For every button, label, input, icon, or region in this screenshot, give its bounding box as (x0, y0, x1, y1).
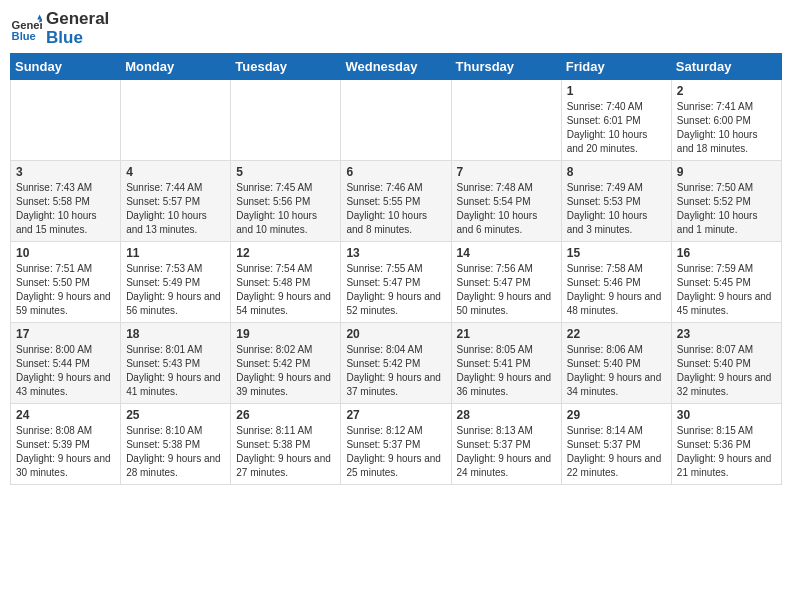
day-number: 29 (567, 408, 666, 422)
day-number: 17 (16, 327, 115, 341)
day-cell (341, 80, 451, 161)
day-info: Sunrise: 7:46 AM Sunset: 5:55 PM Dayligh… (346, 181, 445, 237)
day-info: Sunrise: 7:50 AM Sunset: 5:52 PM Dayligh… (677, 181, 776, 237)
day-cell: 12Sunrise: 7:54 AM Sunset: 5:48 PM Dayli… (231, 242, 341, 323)
day-info: Sunrise: 7:40 AM Sunset: 6:01 PM Dayligh… (567, 100, 666, 156)
day-cell: 1Sunrise: 7:40 AM Sunset: 6:01 PM Daylig… (561, 80, 671, 161)
day-number: 12 (236, 246, 335, 260)
day-cell: 6Sunrise: 7:46 AM Sunset: 5:55 PM Daylig… (341, 161, 451, 242)
day-number: 20 (346, 327, 445, 341)
day-info: Sunrise: 7:53 AM Sunset: 5:49 PM Dayligh… (126, 262, 225, 318)
day-number: 4 (126, 165, 225, 179)
day-info: Sunrise: 8:04 AM Sunset: 5:42 PM Dayligh… (346, 343, 445, 399)
day-cell: 25Sunrise: 8:10 AM Sunset: 5:38 PM Dayli… (121, 404, 231, 485)
week-row-4: 17Sunrise: 8:00 AM Sunset: 5:44 PM Dayli… (11, 323, 782, 404)
day-info: Sunrise: 8:13 AM Sunset: 5:37 PM Dayligh… (457, 424, 556, 480)
day-info: Sunrise: 7:43 AM Sunset: 5:58 PM Dayligh… (16, 181, 115, 237)
day-number: 1 (567, 84, 666, 98)
day-number: 9 (677, 165, 776, 179)
day-cell: 7Sunrise: 7:48 AM Sunset: 5:54 PM Daylig… (451, 161, 561, 242)
day-number: 18 (126, 327, 225, 341)
day-cell: 10Sunrise: 7:51 AM Sunset: 5:50 PM Dayli… (11, 242, 121, 323)
page-header: General Blue General Blue (10, 10, 782, 47)
day-cell: 11Sunrise: 7:53 AM Sunset: 5:49 PM Dayli… (121, 242, 231, 323)
day-cell: 21Sunrise: 8:05 AM Sunset: 5:41 PM Dayli… (451, 323, 561, 404)
logo: General Blue General Blue (10, 10, 109, 47)
day-number: 10 (16, 246, 115, 260)
day-cell: 22Sunrise: 8:06 AM Sunset: 5:40 PM Dayli… (561, 323, 671, 404)
day-info: Sunrise: 7:59 AM Sunset: 5:45 PM Dayligh… (677, 262, 776, 318)
day-number: 2 (677, 84, 776, 98)
day-cell: 27Sunrise: 8:12 AM Sunset: 5:37 PM Dayli… (341, 404, 451, 485)
day-number: 28 (457, 408, 556, 422)
day-number: 8 (567, 165, 666, 179)
weekday-header-monday: Monday (121, 54, 231, 80)
day-cell (11, 80, 121, 161)
day-cell: 28Sunrise: 8:13 AM Sunset: 5:37 PM Dayli… (451, 404, 561, 485)
day-number: 19 (236, 327, 335, 341)
day-number: 11 (126, 246, 225, 260)
weekday-header-saturday: Saturday (671, 54, 781, 80)
day-cell: 2Sunrise: 7:41 AM Sunset: 6:00 PM Daylig… (671, 80, 781, 161)
day-number: 25 (126, 408, 225, 422)
day-info: Sunrise: 8:01 AM Sunset: 5:43 PM Dayligh… (126, 343, 225, 399)
day-info: Sunrise: 8:08 AM Sunset: 5:39 PM Dayligh… (16, 424, 115, 480)
day-cell (451, 80, 561, 161)
day-info: Sunrise: 7:48 AM Sunset: 5:54 PM Dayligh… (457, 181, 556, 237)
day-info: Sunrise: 8:10 AM Sunset: 5:38 PM Dayligh… (126, 424, 225, 480)
day-info: Sunrise: 8:06 AM Sunset: 5:40 PM Dayligh… (567, 343, 666, 399)
day-cell: 30Sunrise: 8:15 AM Sunset: 5:36 PM Dayli… (671, 404, 781, 485)
day-cell: 19Sunrise: 8:02 AM Sunset: 5:42 PM Dayli… (231, 323, 341, 404)
day-cell: 17Sunrise: 8:00 AM Sunset: 5:44 PM Dayli… (11, 323, 121, 404)
svg-text:Blue: Blue (12, 30, 36, 42)
day-number: 15 (567, 246, 666, 260)
day-cell: 24Sunrise: 8:08 AM Sunset: 5:39 PM Dayli… (11, 404, 121, 485)
day-info: Sunrise: 8:00 AM Sunset: 5:44 PM Dayligh… (16, 343, 115, 399)
day-info: Sunrise: 8:07 AM Sunset: 5:40 PM Dayligh… (677, 343, 776, 399)
day-info: Sunrise: 7:54 AM Sunset: 5:48 PM Dayligh… (236, 262, 335, 318)
day-cell: 23Sunrise: 8:07 AM Sunset: 5:40 PM Dayli… (671, 323, 781, 404)
day-cell: 14Sunrise: 7:56 AM Sunset: 5:47 PM Dayli… (451, 242, 561, 323)
calendar-body: 1Sunrise: 7:40 AM Sunset: 6:01 PM Daylig… (11, 80, 782, 485)
calendar-header: SundayMondayTuesdayWednesdayThursdayFrid… (11, 54, 782, 80)
day-number: 6 (346, 165, 445, 179)
day-cell: 16Sunrise: 7:59 AM Sunset: 5:45 PM Dayli… (671, 242, 781, 323)
day-cell: 8Sunrise: 7:49 AM Sunset: 5:53 PM Daylig… (561, 161, 671, 242)
day-info: Sunrise: 7:51 AM Sunset: 5:50 PM Dayligh… (16, 262, 115, 318)
weekday-row: SundayMondayTuesdayWednesdayThursdayFrid… (11, 54, 782, 80)
calendar-table: SundayMondayTuesdayWednesdayThursdayFrid… (10, 53, 782, 485)
weekday-header-friday: Friday (561, 54, 671, 80)
week-row-5: 24Sunrise: 8:08 AM Sunset: 5:39 PM Dayli… (11, 404, 782, 485)
weekday-header-wednesday: Wednesday (341, 54, 451, 80)
day-info: Sunrise: 8:02 AM Sunset: 5:42 PM Dayligh… (236, 343, 335, 399)
day-number: 14 (457, 246, 556, 260)
day-info: Sunrise: 8:11 AM Sunset: 5:38 PM Dayligh… (236, 424, 335, 480)
day-number: 5 (236, 165, 335, 179)
logo-blue: Blue (46, 29, 109, 48)
day-number: 24 (16, 408, 115, 422)
day-info: Sunrise: 7:56 AM Sunset: 5:47 PM Dayligh… (457, 262, 556, 318)
day-number: 13 (346, 246, 445, 260)
day-info: Sunrise: 7:45 AM Sunset: 5:56 PM Dayligh… (236, 181, 335, 237)
day-number: 23 (677, 327, 776, 341)
logo-general: General (46, 10, 109, 29)
day-cell: 20Sunrise: 8:04 AM Sunset: 5:42 PM Dayli… (341, 323, 451, 404)
day-info: Sunrise: 8:15 AM Sunset: 5:36 PM Dayligh… (677, 424, 776, 480)
day-number: 16 (677, 246, 776, 260)
day-info: Sunrise: 8:14 AM Sunset: 5:37 PM Dayligh… (567, 424, 666, 480)
day-info: Sunrise: 8:12 AM Sunset: 5:37 PM Dayligh… (346, 424, 445, 480)
day-info: Sunrise: 7:55 AM Sunset: 5:47 PM Dayligh… (346, 262, 445, 318)
svg-text:General: General (12, 19, 42, 31)
day-number: 7 (457, 165, 556, 179)
weekday-header-tuesday: Tuesday (231, 54, 341, 80)
day-info: Sunrise: 7:49 AM Sunset: 5:53 PM Dayligh… (567, 181, 666, 237)
logo-icon: General Blue (10, 13, 42, 45)
day-info: Sunrise: 8:05 AM Sunset: 5:41 PM Dayligh… (457, 343, 556, 399)
weekday-header-sunday: Sunday (11, 54, 121, 80)
day-cell: 15Sunrise: 7:58 AM Sunset: 5:46 PM Dayli… (561, 242, 671, 323)
day-number: 22 (567, 327, 666, 341)
day-cell: 29Sunrise: 8:14 AM Sunset: 5:37 PM Dayli… (561, 404, 671, 485)
day-cell: 4Sunrise: 7:44 AM Sunset: 5:57 PM Daylig… (121, 161, 231, 242)
day-number: 26 (236, 408, 335, 422)
day-cell: 3Sunrise: 7:43 AM Sunset: 5:58 PM Daylig… (11, 161, 121, 242)
